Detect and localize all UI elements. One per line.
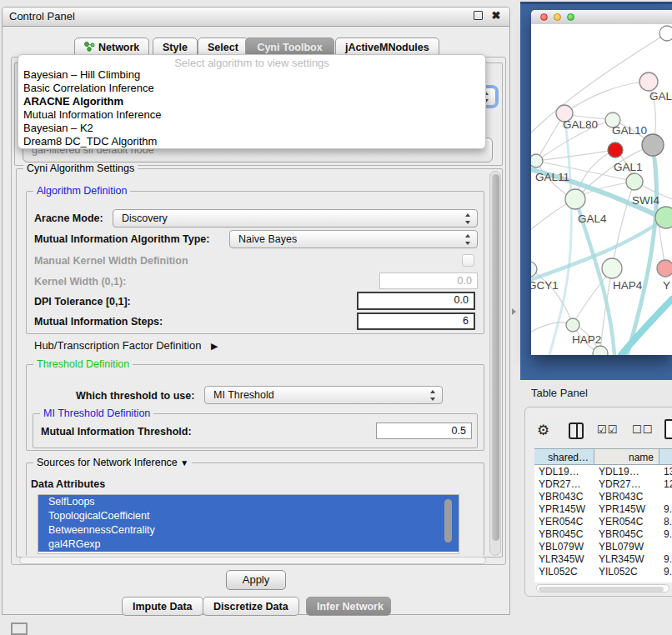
node-gal4[interactable] (565, 189, 585, 209)
table-horizontal-scrollbar[interactable] (536, 584, 669, 592)
algorithm-option[interactable]: Bayesian – K2 (23, 122, 480, 135)
hub-definition-toggle[interactable]: Hub/Transcription Factor Definition ▶ (34, 339, 218, 352)
settings-horizontal-scrollbar[interactable] (19, 557, 486, 564)
mi-type-label: Mutual Information Algorithm Type: (34, 233, 209, 245)
unchecked-checkboxes-icon[interactable]: ☐☐ (632, 423, 653, 436)
node-hap2[interactable] (566, 318, 579, 332)
cell: 9. (659, 553, 672, 566)
which-threshold-combo[interactable]: MI Threshold (204, 386, 443, 404)
node[interactable] (593, 346, 608, 355)
collapsed-arrow-icon: ▶ (211, 341, 218, 351)
mi-steps-field[interactable]: 6 (357, 312, 475, 330)
cell: YDL19… (594, 466, 659, 478)
cell: YBR043C (534, 491, 594, 503)
combo-spinner-icon (430, 390, 436, 401)
checked-checkboxes-icon[interactable]: ☑☑ (597, 423, 618, 436)
divider-caret-icon[interactable] (512, 308, 516, 315)
node-label: GAL10 (612, 124, 647, 137)
tab-label: Style (163, 42, 188, 53)
network-tab-icon (84, 42, 95, 52)
tab-label: Infer Network (317, 601, 384, 612)
algorithm-option-selected[interactable]: ARACNE Algorithm (23, 95, 480, 108)
tab-style[interactable]: Style (153, 38, 198, 56)
aracne-mode-combo[interactable]: Discovery (113, 209, 478, 228)
tab-cyni-toolbox[interactable]: Cyni Toolbox (245, 38, 334, 56)
combo-spinner-icon (465, 213, 471, 224)
dpi-tolerance-field[interactable]: 0.0 (357, 292, 475, 310)
cell: YPR145W (594, 503, 659, 516)
network-window-titlebar[interactable] (531, 10, 672, 25)
mac-close-icon[interactable] (540, 13, 548, 21)
node-label: GAL80 (563, 118, 598, 131)
gear-icon[interactable]: ⚙ (537, 422, 549, 438)
node-gray[interactable] (642, 134, 664, 156)
node-label: Y (663, 279, 670, 292)
kernel-width-label: Kernel Width (0,1): (34, 276, 126, 288)
page-icon[interactable] (664, 419, 672, 439)
network-canvas[interactable]: GAL GAL80 GAL10 GAL11 GAL1 SWI4 GAL4 GCY… (531, 24, 672, 355)
mi-threshold-field[interactable]: 0.5 (376, 422, 472, 439)
tab-jactivemnodules[interactable]: jActiveMNodules (335, 38, 439, 56)
attribute-item[interactable]: gal4RGexp (38, 538, 459, 552)
group-title: Threshold Definition (33, 358, 133, 370)
algorithm-option[interactable]: Dream8 DC_TDC Algorithm (23, 135, 480, 148)
column-header-partial[interactable] (659, 448, 672, 465)
cell: 9. (659, 566, 672, 578)
sources-toggle[interactable]: Sources for Network Inference ▼ (33, 457, 192, 468)
node-hap4[interactable] (602, 258, 622, 278)
tab-network[interactable]: Network (74, 38, 149, 56)
control-panel-titlebar: Control Panel ✖ (3, 8, 509, 27)
combo-spinner-icon (465, 234, 471, 245)
node-table[interactable]: shared… name YDL19… YDL19… 13 YDR27… YDR… (534, 448, 672, 582)
table-panel-title: Table Panel (531, 387, 588, 399)
list-scrollbar-thumb[interactable] (444, 499, 452, 542)
cell: 9. (659, 503, 672, 516)
node-selected-red[interactable] (608, 142, 623, 158)
node-swi4[interactable] (655, 207, 672, 228)
mi-steps-label: Mutual Information Steps: (34, 316, 163, 328)
node-y[interactable] (657, 260, 672, 277)
mac-zoom-icon[interactable] (567, 13, 574, 21)
settings-vertical-scrollbar[interactable] (489, 171, 501, 556)
node-label: SWI4 (632, 194, 659, 207)
data-attributes-label: Data Attributes (31, 478, 105, 490)
scrollbar-thumb[interactable] (539, 587, 664, 592)
tab-infer-network[interactable]: Infer Network (306, 597, 391, 616)
mi-algorithm-type-combo[interactable]: Naive Bayes (229, 230, 478, 248)
kernel-width-field[interactable]: 0.0 (379, 272, 478, 289)
data-attributes-list[interactable]: SelfLoops TopologicalCoefficient Between… (38, 494, 459, 554)
cell: YDR27… (594, 478, 659, 491)
column-header-shared-name[interactable]: shared… (534, 448, 594, 465)
node-label: GCY1 (531, 279, 559, 292)
cell: 13 (659, 466, 672, 478)
column-header-name[interactable]: name (594, 448, 659, 465)
combo-value: MI Threshold (213, 389, 274, 401)
apply-button[interactable]: Apply (226, 570, 286, 590)
algorithm-option[interactable]: Mutual Information Inference (23, 108, 480, 122)
screen: { "control_panel": { "title": "Control P… (0, 0, 672, 635)
mac-minimize-icon[interactable] (554, 13, 561, 21)
node[interactable] (659, 26, 672, 41)
control-panel-window: Control Panel ✖ Network Style Select Cyn… (2, 7, 510, 615)
cell: 9. (659, 528, 672, 541)
attribute-item[interactable]: SelfLoops (38, 495, 459, 509)
node-gcy1[interactable] (531, 262, 537, 277)
close-panel-icon[interactable]: ✖ (491, 11, 501, 21)
tab-discretize-data[interactable]: Discretize Data (203, 597, 299, 616)
node-gal11[interactable] (531, 154, 543, 168)
float-window-icon[interactable] (474, 11, 483, 20)
algorithm-option[interactable]: Bayesian – Hill Climbing (23, 68, 480, 82)
attribute-item[interactable]: BetweennessCentrality (38, 523, 459, 538)
cell: YPR145W (534, 503, 594, 516)
algorithm-option[interactable]: Basic Correlation Inference (23, 82, 480, 95)
attribute-item[interactable]: TopologicalCoefficient (38, 509, 459, 523)
scrollbar-thumb[interactable] (492, 174, 499, 541)
columns-icon[interactable] (569, 422, 584, 439)
network-window[interactable]: GAL GAL80 GAL10 GAL11 GAL1 SWI4 GAL4 GCY… (531, 10, 672, 355)
tab-impute-data[interactable]: Impute Data (122, 597, 203, 616)
corner-widget[interactable] (11, 622, 28, 635)
node-gal7[interactable] (639, 72, 658, 91)
node-gal1[interactable] (626, 173, 643, 190)
tab-select[interactable]: Select (198, 38, 248, 56)
manual-kernel-checkbox[interactable] (462, 254, 474, 267)
